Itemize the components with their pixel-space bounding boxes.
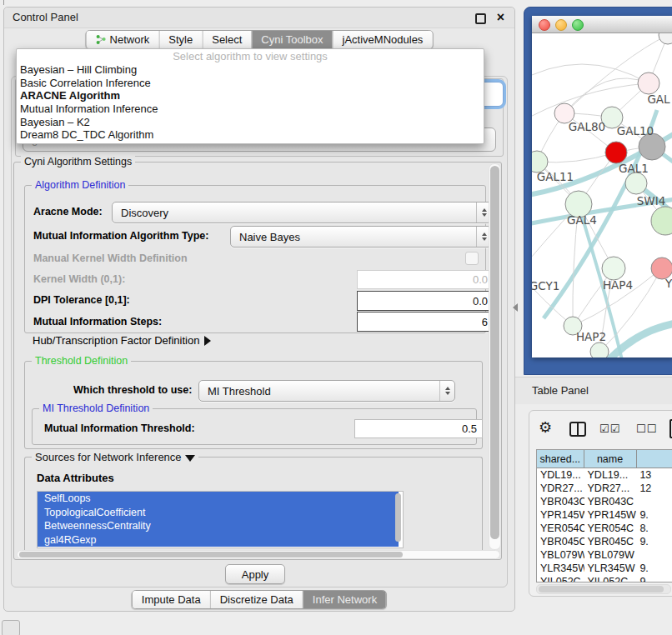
- table-panel-title: Table Panel: [532, 384, 589, 397]
- network-node-gal1[interactable]: [605, 142, 627, 163]
- attribute-item-betweennesscentrality[interactable]: BetweennessCentrality: [38, 519, 399, 533]
- cell: YDR27...: [537, 482, 584, 495]
- table-row[interactable]: YER054CYER054C8.: [537, 522, 672, 535]
- data-attributes-list[interactable]: SelfLoopsTopologicalCoefficientBetweenne…: [37, 491, 404, 548]
- table-row[interactable]: YPR145WYPR145W9.: [537, 508, 672, 522]
- deselect-all-icon[interactable]: ☐☐: [636, 422, 657, 435]
- network-node[interactable]: [590, 342, 609, 358]
- close-panel-icon[interactable]: ×: [497, 9, 504, 26]
- settings-horizontal-scrollbar[interactable]: [17, 550, 500, 559]
- table-horizontal-scrollbar[interactable]: [536, 584, 671, 594]
- select-all-icon[interactable]: ☑☑: [599, 422, 620, 435]
- cell: 9.: [636, 535, 672, 548]
- attribute-item-gal4rgexp[interactable]: gal4RGexp: [38, 533, 399, 548]
- column-header-name[interactable]: name: [584, 450, 637, 468]
- zoom-window-icon[interactable]: [572, 19, 584, 31]
- tab-style[interactable]: Style: [158, 31, 202, 48]
- mi-threshold-field[interactable]: 0.5: [354, 419, 483, 438]
- cyni-toolbox-panel: gal-filtered.sif default node Cyni Algor…: [11, 76, 508, 588]
- cell: YLR345W: [537, 562, 584, 575]
- gear-icon[interactable]: ⚙: [539, 418, 552, 437]
- dpi-tolerance-label: DPI Tolerance [0,1]:: [33, 294, 130, 306]
- sources-title[interactable]: Sources for Network Inference: [32, 451, 198, 463]
- mi-threshold-value: 0.5: [462, 422, 477, 435]
- network-edge: [537, 152, 616, 162]
- tab-network[interactable]: Network: [87, 31, 159, 48]
- cell: YIL052C: [537, 575, 584, 582]
- table-header-row: shared...name: [537, 450, 672, 468]
- network-node-label: GAL10: [617, 124, 654, 138]
- attribute-item-selfloops[interactable]: SelfLoops: [38, 492, 399, 506]
- tab-select-label: Select: [212, 33, 242, 46]
- which-threshold-combo[interactable]: MI Threshold: [198, 380, 455, 402]
- mi-algorithm-type-combo[interactable]: Naive Bayes: [230, 226, 492, 248]
- cyni-algorithm-settings-title: Cyni Algorithm Settings: [21, 156, 135, 168]
- control-panel: Control Panel × NetworkStyleSelectCyni T…: [3, 7, 515, 612]
- network-node-gal[interactable]: [638, 72, 659, 94]
- table-row[interactable]: YDR27...YDR27...12: [537, 482, 672, 495]
- dpi-tolerance-value: 0.0: [473, 295, 488, 308]
- splitter-collapse-icon[interactable]: [513, 303, 518, 312]
- cell: 8.: [636, 522, 672, 535]
- algorithm-option-aracne-algorithm[interactable]: ARACNE Algorithm: [17, 89, 484, 102]
- tab-cyni-toolbox-label: Cyni Toolbox: [261, 33, 323, 46]
- algorithm-dropdown-popup: Select algorithm to view settings Bayesi…: [16, 48, 484, 144]
- mi-steps-field[interactable]: 6: [357, 312, 494, 332]
- dpi-tolerance-field[interactable]: 0.0: [357, 291, 494, 311]
- threshold-definition-group: Threshold Definition Which threshold to …: [24, 361, 483, 449]
- node-table: shared...name YDL19...YDL19...13YDR27...…: [536, 449, 672, 582]
- manual-kernel-width-checkbox[interactable]: [465, 252, 479, 265]
- column-header-col2[interactable]: [637, 450, 672, 468]
- column-header-shared[interactable]: shared...: [537, 450, 584, 468]
- network-canvas[interactable]: GALGAL80GAL10GAL1GAL11SWI4GAL4HAP4YGCY1H…: [532, 33, 672, 358]
- tab-discretize-data[interactable]: Discretize Data: [210, 591, 303, 608]
- algorithm-option-basic-correlation-inference[interactable]: Basic Correlation Inference: [17, 77, 484, 90]
- table-row[interactable]: YDL19...YDL19...13: [537, 468, 672, 482]
- tab-select[interactable]: Select: [202, 31, 251, 48]
- hub-definition-toggle[interactable]: Hub/Transcription Factor Definition: [33, 334, 211, 347]
- list-vertical-scrollbar[interactable]: [394, 493, 402, 546]
- cell: YBR045C: [537, 535, 584, 548]
- mi-steps-value: 6: [482, 316, 488, 328]
- aracne-mode-combo[interactable]: Discovery: [112, 202, 492, 223]
- cell: YBR043C: [584, 495, 637, 508]
- tab-cyni-toolbox[interactable]: Cyni Toolbox: [251, 31, 332, 48]
- minimize-window-icon[interactable]: [555, 19, 567, 31]
- tab-impute-data[interactable]: Impute Data: [133, 591, 210, 608]
- attribute-item-topologicalcoefficient[interactable]: TopologicalCoefficient: [38, 506, 399, 520]
- network-node-swi4[interactable]: [625, 172, 647, 194]
- network-node-label: GAL: [647, 92, 670, 106]
- float-panel-icon[interactable]: [475, 13, 486, 24]
- table-row[interactable]: YBR045CYBR045C9.: [537, 535, 672, 548]
- network-node[interactable]: [651, 207, 672, 235]
- tab-infer-network-label: Infer Network: [313, 593, 377, 606]
- tab-infer-network[interactable]: Infer Network: [303, 591, 386, 608]
- tab-jactivemnodules-label: jActiveMNodules: [343, 33, 424, 46]
- threshold-definition-title: Threshold Definition: [32, 355, 131, 367]
- network-node-hap4[interactable]: [602, 257, 625, 280]
- close-window-icon[interactable]: [539, 19, 550, 31]
- table-row[interactable]: YBR043CYBR043C: [537, 495, 672, 508]
- corner-panel-button[interactable]: [2, 620, 20, 635]
- mi-threshold-group-title: MI Threshold Definition: [39, 402, 153, 414]
- network-window-titlebar: [532, 16, 672, 33]
- kernel-width-field[interactable]: 0.0: [357, 270, 494, 289]
- algorithm-option-bayesian-hill-climbing[interactable]: Bayesian – Hill Climbing: [17, 63, 484, 77]
- manual-kernel-width-label: Manual Kernel Width Definition: [33, 252, 188, 264]
- settings-vertical-scrollbar[interactable]: [489, 163, 501, 550]
- algorithm-option-bayesian-k2[interactable]: Bayesian – K2: [17, 116, 484, 129]
- table-row[interactable]: YBL079WYBL079W: [537, 548, 672, 562]
- apply-button[interactable]: Apply: [225, 564, 285, 584]
- algorithm-option-dream8-dc-tdc-algorithm[interactable]: Dream8 DC_TDC Algorithm: [17, 128, 484, 142]
- algorithm-definition-group: Algorithm Definition Aracne Mode: Discov…: [24, 185, 486, 333]
- kernel-width-value: 0.0: [473, 273, 488, 286]
- aracne-mode-label: Aracne Mode:: [33, 206, 103, 218]
- cell: YIL052C: [584, 575, 637, 582]
- network-node[interactable]: [659, 33, 672, 44]
- table-row[interactable]: YIL052CYIL052C9.: [537, 575, 672, 582]
- algorithm-option-mutual-information-inference[interactable]: Mutual Information Inference: [17, 102, 484, 116]
- table-row[interactable]: YLR345WYLR345W9.: [537, 562, 672, 575]
- tab-jactivemnodules[interactable]: jActiveMNodules: [333, 31, 433, 48]
- network-icon: [96, 34, 107, 45]
- split-columns-icon[interactable]: [569, 422, 586, 437]
